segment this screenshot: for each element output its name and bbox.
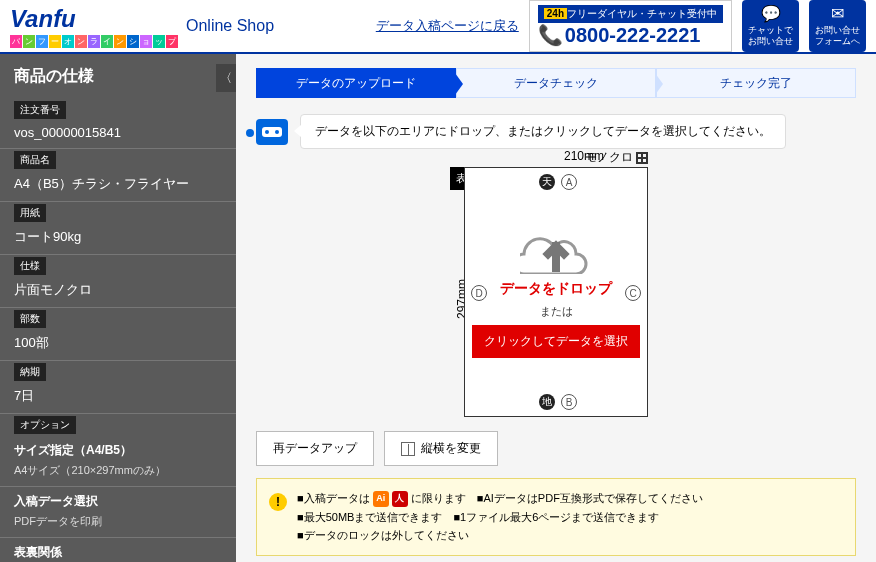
spec-value: 100部 [0, 330, 236, 361]
spec-label: 用紙 [14, 204, 46, 222]
steps: データのアップロード データチェック チェック完了 [256, 68, 856, 98]
spec-label: 注文番号 [14, 101, 66, 119]
spec-label: 部数 [14, 310, 46, 328]
warning-icon: ! [269, 493, 287, 511]
back-link[interactable]: データ入稿ページに戻る [376, 17, 519, 35]
ai-badge: Ai [373, 491, 389, 507]
contact-form-button[interactable]: ✉お問い合せフォームへ [809, 0, 866, 52]
or-text: または [540, 304, 573, 319]
option-title: 表裏関係 [0, 538, 236, 562]
phone-badge: 24hフリーダイヤル・チャット受付中 [538, 5, 723, 23]
instruction-message: データを以下のエリアにドロップ、またはクリックしてデータを選択してください。 [300, 114, 786, 149]
chat-button[interactable]: 💬チャットでお問い合せ [742, 0, 799, 52]
select-file-button[interactable]: クリックしてデータを選択 [472, 325, 640, 358]
drop-zone[interactable]: 天 A D C 地 B データをドロップ または クリックしてデータを選択 [464, 167, 648, 417]
pdf-badge: 人 [392, 491, 408, 507]
logo-main: Vanfu [10, 5, 76, 32]
drop-text: データをドロップ [500, 280, 612, 298]
spec-label: 納期 [14, 363, 46, 381]
robot-icon [256, 119, 288, 145]
spec-value: 片面モノクロ [0, 277, 236, 308]
marker-c: C [625, 285, 641, 301]
upload-icon [520, 226, 592, 274]
sidebar: 商品の仕様 〈 注文番号vos_00000015841商品名A4（B5）チラシ・… [0, 54, 236, 562]
marker-bottom: 地 [539, 394, 555, 410]
spec-value: 7日 [0, 383, 236, 414]
option-sub: A4サイズ（210×297mmのみ） [0, 461, 236, 487]
marker-d: D [471, 285, 487, 301]
notice-line-2: ■最大50MBまで送信できます ■1ファイル最大6ページまで送信できます [297, 508, 703, 527]
logo-sub: Online Shop [186, 17, 274, 35]
reupload-button[interactable]: 再データアップ [256, 431, 374, 466]
step-done[interactable]: チェック完了 [656, 68, 856, 98]
spec-value: コート90kg [0, 224, 236, 255]
content: データのアップロード データチェック チェック完了 データを以下のエリアにドロッ… [236, 54, 876, 562]
notice-line-3: ■データのロックは外してください [297, 526, 703, 545]
step-upload[interactable]: データのアップロード [256, 68, 456, 98]
logo-tagline: バンフーオンラインショップ [10, 35, 178, 48]
grid-icon [636, 152, 648, 164]
notice-line-1: ■入稿データは Ai 人 に限ります ■AIデータはPDF互換形式で保存してくだ… [297, 489, 703, 508]
phone-number: 📞0800-222-2221 [538, 23, 723, 47]
marker-b: B [561, 394, 577, 410]
mono-label: モノクロ [585, 149, 648, 166]
option-title: 入稿データ選択 [0, 487, 236, 512]
marker-top: 天 [539, 174, 555, 190]
spec-label: 商品名 [14, 151, 56, 169]
spec-label: 仕様 [14, 257, 46, 275]
option-title: サイズ指定（A4/B5） [0, 436, 236, 461]
option-label: オプション [14, 416, 76, 434]
marker-a: A [561, 174, 577, 190]
sidebar-title: 商品の仕様 [0, 54, 236, 99]
spec-value: A4（B5）チラシ・フライヤー [0, 171, 236, 202]
rotate-icon [401, 442, 415, 456]
collapse-button[interactable]: 〈 [216, 64, 236, 92]
chat-icon: 💬 [748, 4, 793, 25]
spec-value: vos_00000015841 [0, 121, 236, 149]
phone-box: 24hフリーダイヤル・チャット受付中 📞0800-222-2221 [529, 0, 732, 52]
option-sub: PDFデータを印刷 [0, 512, 236, 538]
mail-icon: ✉ [815, 4, 860, 25]
rotate-button[interactable]: 縦横を変更 [384, 431, 498, 466]
step-check[interactable]: データチェック [456, 68, 656, 98]
header: Vanfu バンフーオンラインショップ Online Shop データ入稿ページ… [0, 0, 876, 54]
logo[interactable]: Vanfu バンフーオンラインショップ Online Shop [10, 5, 274, 48]
canvas-area: 表 210mm モノクロ 297mm 天 A D C 地 B データをドロップ … [464, 167, 648, 417]
notice-box: ! ■入稿データは Ai 人 に限ります ■AIデータはPDF互換形式で保存して… [256, 478, 856, 556]
phone-icon: 📞 [538, 23, 563, 47]
